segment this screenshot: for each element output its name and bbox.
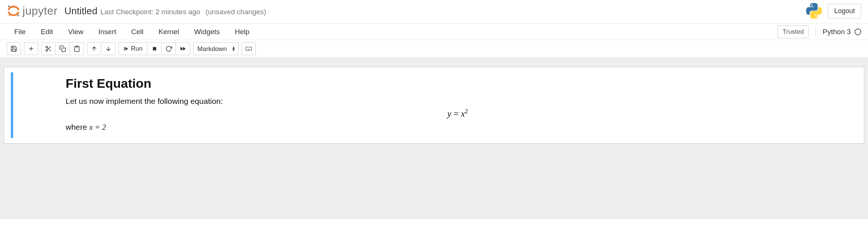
eq-x: x	[461, 109, 465, 118]
header: jupyter Untitled Last Checkpoint: 2 minu…	[0, 0, 868, 24]
svg-point-0	[8, 6, 10, 7]
jupyter-logo[interactable]: jupyter	[7, 4, 58, 18]
kernel-indicator: Python 3	[815, 28, 861, 36]
eq-y: y	[448, 109, 452, 118]
menubar-right: Trusted Python 3	[778, 26, 861, 38]
cell-type-select[interactable]: Markdown	[193, 42, 239, 55]
menu-kernel[interactable]: Kernel	[151, 25, 186, 39]
menu-cell[interactable]: Cell	[124, 25, 151, 39]
title-area: Untitled Last Checkpoint: 2 minutes ago …	[65, 5, 266, 17]
svg-marker-17	[180, 47, 183, 51]
notebook-title[interactable]: Untitled	[65, 5, 98, 17]
unsaved-status: (unsaved changes)	[206, 8, 266, 16]
copy-button[interactable]	[56, 42, 70, 55]
paste-button[interactable]	[70, 42, 84, 55]
svg-rect-10	[62, 48, 65, 52]
eq-sup: 2	[465, 108, 468, 114]
scissors-icon	[45, 45, 52, 52]
restart-run-all-button[interactable]	[176, 42, 190, 55]
checkpoint-status: Last Checkpoint: 2 minutes ago	[101, 8, 200, 16]
markdown-cell[interactable]: First Equation Let us now implement the …	[11, 72, 857, 138]
fast-forward-icon	[180, 45, 186, 52]
svg-point-6	[46, 50, 48, 51]
svg-line-9	[47, 48, 48, 49]
svg-line-8	[49, 50, 51, 51]
menubar: File Edit View Insert Cell Kernel Widget…	[0, 24, 868, 40]
logout-button[interactable]: Logout	[828, 4, 861, 18]
where-prefix: where	[66, 123, 89, 131]
restart-button[interactable]	[162, 42, 176, 55]
menu-insert[interactable]: Insert	[91, 25, 124, 39]
run-button[interactable]: Run	[119, 42, 147, 55]
save-icon	[11, 45, 17, 52]
kernel-name[interactable]: Python 3	[823, 28, 851, 36]
interrupt-button[interactable]	[147, 42, 162, 55]
insert-cell-button[interactable]	[24, 42, 38, 55]
trusted-button[interactable]: Trusted	[778, 26, 809, 38]
svg-rect-19	[246, 47, 252, 51]
save-button[interactable]	[7, 42, 21, 55]
header-right: Logout	[806, 3, 861, 19]
paste-icon	[74, 45, 80, 52]
menu-edit[interactable]: Edit	[33, 25, 61, 39]
python-icon	[806, 3, 822, 19]
jupyter-icon	[7, 4, 20, 18]
kernel-idle-icon	[854, 28, 861, 35]
keyboard-icon	[245, 45, 252, 52]
cell-intro: Let us now implement the following equat…	[66, 97, 850, 106]
cut-button[interactable]	[41, 42, 56, 55]
stop-icon	[151, 45, 158, 52]
refresh-icon	[165, 45, 172, 52]
menu-view[interactable]: View	[60, 25, 91, 39]
move-up-button[interactable]	[87, 42, 101, 55]
command-palette-button[interactable]	[242, 42, 256, 55]
jupyter-logo-text: jupyter	[23, 4, 58, 17]
copy-icon	[59, 45, 66, 52]
toolbar: Run Markdown ▲▼	[0, 40, 868, 58]
run-label: Run	[131, 45, 143, 52]
menu-help[interactable]: Help	[227, 25, 257, 39]
notebook-area: First Equation Let us now implement the …	[0, 58, 868, 219]
plus-icon	[28, 45, 35, 52]
move-down-button[interactable]	[101, 42, 116, 55]
where-math: x = 2	[89, 123, 106, 132]
svg-point-5	[46, 46, 48, 48]
menu-widgets[interactable]: Widgets	[186, 25, 227, 39]
svg-rect-14	[124, 47, 125, 50]
svg-marker-18	[183, 47, 186, 51]
run-step-icon	[123, 46, 129, 51]
cell-where: where x = 2	[66, 123, 850, 132]
eq-equals: =	[451, 109, 461, 118]
cell-equation: y = x2	[66, 108, 850, 119]
svg-rect-11	[76, 46, 78, 47]
arrow-down-icon	[105, 45, 112, 52]
notebook-container: First Equation Let us now implement the …	[4, 67, 864, 144]
menu-file[interactable]: File	[7, 25, 33, 39]
svg-marker-15	[125, 47, 128, 50]
cell-heading: First Equation	[66, 76, 850, 91]
svg-rect-16	[153, 47, 156, 51]
arrow-up-icon	[91, 45, 98, 52]
